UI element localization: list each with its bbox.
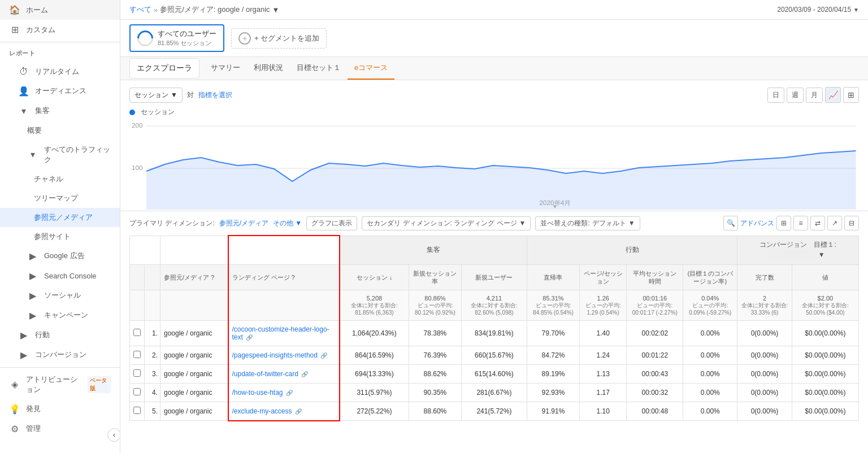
row3-checkbox[interactable] [130, 365, 145, 384]
row5-landing[interactable]: /exclude-my-access 🔗 [228, 402, 340, 421]
advance-link[interactable]: アドバンス [740, 219, 774, 228]
sidebar-item-overview[interactable]: 概要 [0, 121, 120, 140]
search-console-expand-icon: ▶ [27, 271, 38, 281]
sidebar-item-campaign[interactable]: ▶ キャンペーン [0, 306, 120, 325]
chart-type-line-btn[interactable]: 📈 [825, 87, 841, 103]
other-dimensions-link[interactable]: その他 ▼ [273, 219, 302, 228]
sidebar-item-attribution[interactable]: ◈ アトリビューション ベータ版 [0, 370, 120, 399]
th-goal1-completions[interactable]: 完了数 [737, 264, 792, 290]
th-pages-per-session[interactable]: ページ/セッション [579, 264, 627, 290]
row2-landing-link[interactable]: /pagespeed-insights-method [232, 351, 318, 359]
summary-value: $2.00 全体に対する割合: 50.00% ($4.00) [792, 290, 858, 321]
th-bounce-rate[interactable]: 直帰率 [527, 264, 580, 290]
row4-landing[interactable]: /how-to-use-htag 🔗 [228, 384, 340, 402]
th-new-session-rate[interactable]: 新規セッション率 [409, 264, 462, 290]
sidebar-item-referral-site[interactable]: 参照サイト [0, 227, 120, 246]
row5-checkbox-input[interactable] [133, 407, 141, 414]
svg-text:▼: ▼ [552, 203, 558, 210]
secondary-dim-selector[interactable]: セカンダリ ディメンション: ランディング ページ ▼ [362, 216, 531, 230]
table-summary-row: 5,208 全体に対する割合: 81.85% (6,363) 80.86% ビュ… [130, 290, 859, 321]
segment-chip[interactable]: すべてのユーザー 81.85% セッション [129, 24, 224, 52]
row1-nu: 834(19.81%) [461, 321, 527, 346]
main-content: すべて » 参照元/メディア: google / organic ▼ 2020/… [120, 0, 868, 453]
row2-pps: 1.24 [579, 346, 627, 365]
sidebar-item-all-traffic[interactable]: ▾ すべてのトラフィック [0, 140, 120, 169]
time-btn-day[interactable]: 日 [767, 88, 784, 103]
tab-ecommerce[interactable]: eコマース [348, 57, 394, 80]
sort-type-selector[interactable]: 並べ替えの種類: デフォルト ▼ [535, 216, 640, 230]
row3-landing[interactable]: /update-of-twitter-card 🔗 [228, 365, 340, 384]
graph-display-btn[interactable]: グラフに表示 [306, 216, 357, 230]
sidebar-label-admin: 管理 [26, 424, 41, 434]
row1-landing[interactable]: /cocoon-customize-header-logo-text 🔗 [228, 321, 340, 346]
sidebar-item-home[interactable]: 🏠 ホーム [0, 0, 120, 20]
tab-bar: エクスプローラ サマリー 利用状況 目標セット１ eコマース [120, 57, 868, 80]
sidebar-label-referral-media: 参照元／メディア [34, 212, 93, 223]
sidebar-item-acquisition[interactable]: ▾ 集客 [0, 101, 120, 121]
row3-checkbox-input[interactable] [133, 369, 141, 377]
admin-icon: ⚙ [9, 424, 20, 434]
tab-goal1[interactable]: 目標セット１ [290, 57, 348, 80]
table-view-grid-btn[interactable]: ⊞ [776, 216, 791, 230]
sidebar-item-discovery[interactable]: 💡 発見 [0, 399, 120, 419]
metric-link[interactable]: 指標を選択 [198, 90, 232, 100]
sidebar-item-social[interactable]: ▶ ソーシャル [0, 286, 120, 306]
row2-checkbox[interactable] [130, 346, 145, 365]
sidebar-item-treemap[interactable]: ツリーマップ [0, 189, 120, 208]
sidebar-item-search-console[interactable]: ▶ Search Console [0, 266, 120, 286]
th-avg-session-duration[interactable]: 平均セッション時間 [627, 264, 683, 290]
row4-checkbox[interactable] [130, 384, 145, 402]
row4-br: 92.93% [527, 384, 580, 402]
row1-checkbox[interactable] [130, 321, 145, 346]
sidebar-item-channels[interactable]: チャネル [0, 169, 120, 189]
chart-type-scatter-btn[interactable]: ⊞ [843, 87, 859, 103]
table-row: 2. google / organic /pagespeed-insights-… [130, 346, 859, 365]
breadcrumb-all[interactable]: すべて [129, 5, 151, 15]
th-sessions[interactable]: セッション ↓ [340, 264, 409, 290]
table-compare-btn[interactable]: ⇄ [810, 216, 825, 230]
table-more-btn[interactable]: ⊟ [844, 216, 859, 230]
date-range-arrow: ▼ [853, 7, 859, 13]
audience-icon: 👤 [18, 86, 29, 97]
time-btn-month[interactable]: 月 [806, 88, 823, 103]
metric-selector[interactable]: セッション ▼ [129, 88, 183, 103]
tab-summary[interactable]: サマリー [204, 57, 247, 80]
sidebar-collapse-button[interactable]: ‹ [107, 428, 120, 442]
row2-source: google / organic [160, 346, 228, 365]
row2-checkbox-input[interactable] [133, 351, 141, 358]
row2-landing[interactable]: /pagespeed-insights-method 🔗 [228, 346, 340, 365]
sidebar-item-realtime[interactable]: ⏱ リアルタイム [0, 62, 120, 81]
home-icon: 🏠 [9, 5, 20, 15]
sidebar-item-admin[interactable]: ⚙ 管理 [0, 419, 120, 439]
tab-usage[interactable]: 利用状況 [247, 57, 290, 80]
sidebar-item-behavior[interactable]: ▶ 行動 [0, 325, 120, 345]
sidebar-item-custom[interactable]: ⊞ カスタム [0, 20, 120, 40]
sidebar-item-audience[interactable]: 👤 オーディエンス [0, 81, 120, 101]
sidebar-item-referral-media[interactable]: 参照元／メディア [0, 208, 120, 227]
summary-new-session-rate: 80.86% ビューの平均: 80.12% (0.92%) [409, 290, 462, 321]
row5-landing-link[interactable]: /exclude-my-access [232, 407, 292, 415]
row4-landing-link[interactable]: /how-to-use-htag [232, 389, 283, 397]
date-range[interactable]: 2020/03/09 - 2020/04/15 ▼ [777, 6, 859, 14]
row4-checkbox-input[interactable] [133, 388, 141, 395]
table-row: 5. google / organic /exclude-my-access 🔗… [130, 402, 859, 421]
sidebar-item-conversion[interactable]: ▶ コンバージョン [0, 345, 120, 365]
sidebar-label-overview: 概要 [27, 125, 42, 136]
table-pivot-btn[interactable]: ↗ [827, 216, 842, 230]
summary-pps-value: 1.26 [583, 295, 623, 302]
row5-checkbox[interactable] [130, 402, 145, 421]
th-goal1-conversion-rate[interactable]: (目標１のコンバージョン率) [683, 264, 737, 290]
add-segment-button[interactable]: + + セグメントを追加 [231, 28, 327, 49]
table-view-list-btn[interactable]: ≡ [793, 216, 808, 230]
row1-checkbox-input[interactable] [133, 329, 141, 336]
sidebar-item-google-ads[interactable]: ▶ Google 広告 [0, 246, 120, 266]
summary-comp-value: 2 [741, 295, 788, 302]
row3-source: google / organic [160, 365, 228, 384]
th-new-users[interactable]: 新規ユーザー [461, 264, 527, 290]
table-search-button[interactable]: 🔍 [723, 216, 738, 230]
th-goal1-value[interactable]: 値 [792, 264, 858, 290]
time-btn-week[interactable]: 週 [787, 88, 804, 103]
primary-dim-value[interactable]: 参照元/メディア [219, 219, 268, 228]
breadcrumb-dropdown-icon[interactable]: ▼ [272, 6, 280, 14]
row3-landing-link[interactable]: /update-of-twitter-card [232, 370, 298, 378]
